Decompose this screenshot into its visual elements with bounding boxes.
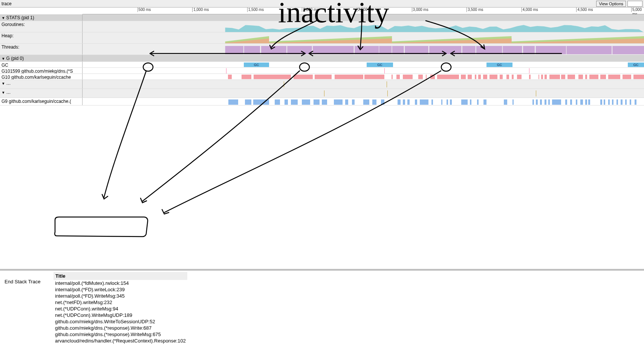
running-span[interactable] xyxy=(580,99,583,105)
gc-span[interactable]: GC xyxy=(367,63,393,67)
running-span[interactable] xyxy=(426,75,427,79)
running-span[interactable] xyxy=(470,99,471,105)
event-tick[interactable] xyxy=(536,90,536,96)
running-span[interactable] xyxy=(294,75,313,79)
running-span[interactable] xyxy=(483,75,488,79)
running-span[interactable] xyxy=(461,75,466,79)
running-span[interactable] xyxy=(635,99,637,105)
g10-row[interactable]: G10 github.com/karlseguin/ccache xyxy=(0,74,644,80)
running-span[interactable] xyxy=(407,99,409,105)
running-span[interactable] xyxy=(512,99,514,105)
running-span[interactable] xyxy=(608,99,610,105)
running-span[interactable] xyxy=(430,75,435,79)
gc-row[interactable]: GC GCGCGCGC xyxy=(0,62,644,68)
event-tick[interactable] xyxy=(226,68,226,73)
running-span[interactable] xyxy=(415,99,417,105)
running-span[interactable] xyxy=(245,99,251,105)
running-span[interactable] xyxy=(450,99,451,105)
running-span[interactable] xyxy=(576,99,577,105)
running-span[interactable] xyxy=(441,99,442,105)
running-span[interactable] xyxy=(623,75,631,79)
running-span[interactable] xyxy=(334,99,343,105)
running-span[interactable] xyxy=(461,99,468,105)
stack-frame[interactable]: arvancloud/redins/handler.(*RequestConte… xyxy=(54,338,187,344)
stack-frame[interactable]: github.com/miekg/dns.(*response).WriteMs… xyxy=(54,331,187,338)
event-tick[interactable] xyxy=(384,68,385,73)
running-span[interactable] xyxy=(420,99,428,105)
running-span[interactable] xyxy=(536,99,538,105)
gc-span[interactable]: GC xyxy=(244,63,269,67)
running-span[interactable] xyxy=(291,99,297,105)
stack-frame[interactable]: net.(*UDPConn).writeMsg:94 xyxy=(54,306,187,312)
running-span[interactable] xyxy=(364,75,384,79)
running-span[interactable] xyxy=(538,75,539,79)
running-span[interactable] xyxy=(398,99,401,105)
running-span[interactable] xyxy=(322,99,327,105)
event-tick[interactable] xyxy=(284,81,284,87)
running-span[interactable] xyxy=(403,99,405,105)
event-tick[interactable] xyxy=(387,81,387,87)
running-span[interactable] xyxy=(512,75,514,79)
running-span[interactable] xyxy=(254,75,291,79)
g-section-header[interactable]: G (pid 0) xyxy=(0,55,644,62)
running-span[interactable] xyxy=(352,99,355,105)
running-span[interactable] xyxy=(585,99,587,105)
event-tick[interactable] xyxy=(324,90,324,96)
stack-frame[interactable]: net.(*netFD).writeMsg:232 xyxy=(54,299,187,306)
running-span[interactable] xyxy=(500,75,503,79)
running-span[interactable] xyxy=(612,99,613,105)
running-span[interactable] xyxy=(403,75,413,79)
running-span[interactable] xyxy=(578,75,583,79)
running-span[interactable] xyxy=(431,99,433,105)
running-span[interactable] xyxy=(302,99,310,105)
running-span[interactable] xyxy=(490,75,497,79)
running-span[interactable] xyxy=(549,75,560,79)
running-span[interactable] xyxy=(447,99,448,105)
running-span[interactable] xyxy=(392,75,393,79)
running-span[interactable] xyxy=(242,75,251,79)
running-span[interactable] xyxy=(548,99,550,105)
running-span[interactable] xyxy=(335,75,364,79)
stats-section-header[interactable]: STATS (pid 1) xyxy=(0,14,644,21)
stack-frame[interactable]: github.com/miekg/dns.(*response).Write:6… xyxy=(54,325,187,331)
running-span[interactable] xyxy=(228,75,232,79)
running-span[interactable] xyxy=(608,75,620,79)
g101599-row[interactable]: G101599 github.com/miekg/dns.(*S xyxy=(0,68,644,74)
running-span[interactable] xyxy=(475,75,476,79)
running-span[interactable] xyxy=(616,99,618,105)
running-span[interactable] xyxy=(570,99,572,105)
gc-span[interactable]: GC xyxy=(628,63,644,67)
topbar-extra-box[interactable] xyxy=(627,1,642,7)
running-span[interactable] xyxy=(600,99,602,105)
stack-frame[interactable]: github.com/miekg/dns.WriteToSessionUDP:5… xyxy=(54,318,187,325)
running-span[interactable] xyxy=(561,75,566,79)
running-span[interactable] xyxy=(589,75,598,79)
running-span[interactable] xyxy=(285,99,288,105)
running-span[interactable] xyxy=(517,75,522,79)
running-span[interactable] xyxy=(529,75,531,79)
running-span[interactable] xyxy=(228,99,238,105)
ellipsis-row-2[interactable]: … xyxy=(0,89,644,98)
running-span[interactable] xyxy=(483,99,486,105)
running-span[interactable] xyxy=(504,99,507,105)
running-span[interactable] xyxy=(588,99,590,105)
gc-span[interactable]: GC xyxy=(486,63,513,67)
running-span[interactable] xyxy=(545,99,546,105)
running-span[interactable] xyxy=(275,99,280,105)
running-span[interactable] xyxy=(621,99,622,105)
event-tick[interactable] xyxy=(387,90,388,96)
running-span[interactable] xyxy=(477,99,479,105)
running-span[interactable] xyxy=(381,99,384,105)
running-span[interactable] xyxy=(418,75,423,79)
running-span[interactable] xyxy=(253,99,269,105)
running-span[interactable] xyxy=(604,99,605,105)
running-span[interactable] xyxy=(568,75,575,79)
running-span[interactable] xyxy=(625,99,627,105)
running-span[interactable] xyxy=(437,75,459,79)
running-span[interactable] xyxy=(600,75,606,79)
running-span[interactable] xyxy=(565,99,567,105)
running-span[interactable] xyxy=(372,99,377,105)
running-span[interactable] xyxy=(541,75,543,79)
running-span[interactable] xyxy=(585,75,587,79)
running-span[interactable] xyxy=(633,75,644,79)
